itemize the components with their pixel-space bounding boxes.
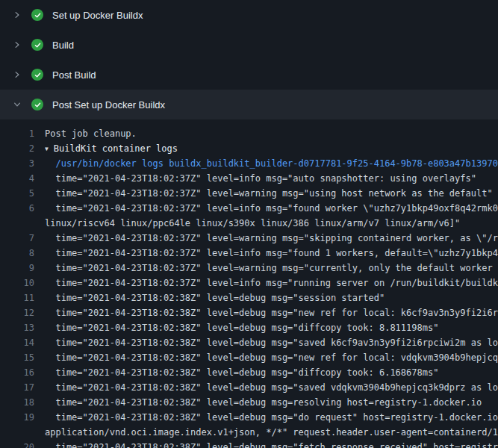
- line-number[interactable]: 1: [0, 126, 34, 141]
- log-output: 1Post job cleanup.2▼BuildKit container l…: [0, 119, 498, 448]
- log-text: time="2021-04-23T18:02:37Z" level=info m…: [45, 171, 498, 186]
- line-number[interactable]: 11: [0, 290, 34, 305]
- log-text: time="2021-04-23T18:02:38Z" level=debug …: [45, 320, 498, 335]
- line-number[interactable]: 6: [0, 201, 34, 216]
- log-text: time="2021-04-23T18:02:38Z" level=debug …: [45, 395, 498, 410]
- line-number[interactable]: 10: [0, 276, 34, 290]
- log-line: 1Post job cleanup.: [0, 126, 498, 141]
- line-number[interactable]: 3: [0, 156, 34, 171]
- success-check-icon: [31, 9, 43, 21]
- step-title: Set up Docker Buildx: [52, 10, 143, 21]
- log-line: 15 time="2021-04-23T18:02:38Z" level=deb…: [0, 350, 498, 365]
- step-title: Build: [52, 40, 74, 51]
- log-line: 20 time="2021-04-23T18:02:38Z" level=deb…: [0, 440, 498, 448]
- chevron-right-icon: [12, 40, 22, 50]
- line-number[interactable]: 7: [0, 231, 34, 246]
- step-header-post-build[interactable]: Post Build: [0, 60, 498, 90]
- group-expand-arrow-icon: ▼: [45, 142, 49, 157]
- log-text: time="2021-04-23T18:02:38Z" level=debug …: [45, 440, 498, 448]
- line-number[interactable]: 2: [0, 141, 34, 156]
- step-header-set-up-docker-buildx[interactable]: Set up Docker Buildx: [0, 0, 498, 30]
- log-text: time="2021-04-23T18:02:38Z" level=debug …: [45, 290, 498, 305]
- log-line: 14 time="2021-04-23T18:02:38Z" level=deb…: [0, 335, 498, 350]
- success-check-icon: [31, 99, 43, 111]
- line-number[interactable]: 4: [0, 171, 34, 186]
- log-line: 13 time="2021-04-23T18:02:38Z" level=deb…: [0, 320, 498, 335]
- log-text[interactable]: ▼BuildKit container logs: [45, 141, 498, 158]
- line-number[interactable]: 14: [0, 335, 34, 350]
- step-header-post-set-up-docker-buildx[interactable]: Post Set up Docker Buildx: [0, 90, 498, 119]
- line-number[interactable]: 20: [0, 440, 34, 448]
- log-line: 7 time="2021-04-23T18:02:37Z" level=warn…: [0, 231, 498, 246]
- log-text: time="2021-04-23T18:02:38Z" level=debug …: [45, 365, 498, 380]
- line-number[interactable]: 15: [0, 350, 34, 365]
- log-line: 17 time="2021-04-23T18:02:38Z" level=deb…: [0, 380, 498, 395]
- line-number[interactable]: 16: [0, 365, 34, 380]
- workflow-steps-list: Set up Docker BuildxBuildPost BuildPost …: [0, 0, 498, 119]
- log-text: linux/riscv64 linux/ppc64le linux/s390x …: [45, 216, 498, 231]
- line-number[interactable]: 19: [0, 410, 34, 425]
- log-text: time="2021-04-23T18:02:38Z" level=debug …: [45, 350, 498, 365]
- success-check-icon: [31, 69, 43, 81]
- line-number[interactable]: 13: [0, 320, 34, 335]
- log-text: /usr/bin/docker logs buildx_buildkit_bui…: [45, 156, 498, 171]
- log-line: 12 time="2021-04-23T18:02:38Z" level=deb…: [0, 305, 498, 320]
- log-line: 4 time="2021-04-23T18:02:37Z" level=info…: [0, 171, 498, 186]
- log-text: time="2021-04-23T18:02:37Z" level=info m…: [45, 276, 498, 290]
- line-number[interactable]: 5: [0, 186, 34, 201]
- line-number[interactable]: 12: [0, 305, 34, 320]
- log-text: time="2021-04-23T18:02:37Z" level=info m…: [45, 201, 498, 216]
- chevron-right-icon: [12, 10, 22, 20]
- line-number[interactable]: 8: [0, 246, 34, 261]
- log-text: time="2021-04-23T18:02:37Z" level=warnin…: [45, 186, 498, 201]
- log-line: 5 time="2021-04-23T18:02:37Z" level=warn…: [0, 186, 498, 201]
- log-line: 11 time="2021-04-23T18:02:38Z" level=deb…: [0, 290, 498, 305]
- log-text: application/vnd.oci.image.index.v1+json,…: [45, 425, 498, 440]
- log-text: time="2021-04-23T18:02:37Z" level=warnin…: [45, 231, 498, 246]
- log-line: 19 time="2021-04-23T18:02:38Z" level=deb…: [0, 410, 498, 425]
- log-line: 9 time="2021-04-23T18:02:37Z" level=warn…: [0, 261, 498, 276]
- log-text: time="2021-04-23T18:02:38Z" level=debug …: [45, 380, 498, 395]
- log-wrap-line: linux/riscv64 linux/ppc64le linux/s390x …: [0, 216, 498, 231]
- line-number[interactable]: 18: [0, 395, 34, 410]
- step-header-build[interactable]: Build: [0, 30, 498, 60]
- chevron-right-icon: [12, 69, 22, 80]
- log-line: 16 time="2021-04-23T18:02:38Z" level=deb…: [0, 365, 498, 380]
- step-title: Post Build: [52, 69, 96, 81]
- step-title: Post Set up Docker Buildx: [52, 99, 165, 111]
- log-text: time="2021-04-23T18:02:38Z" level=debug …: [45, 410, 498, 425]
- log-text: time="2021-04-23T18:02:38Z" level=debug …: [45, 305, 498, 320]
- log-wrap-line: application/vnd.oci.image.index.v1+json,…: [0, 425, 498, 440]
- log-group-line: 2▼BuildKit container logs: [0, 141, 498, 156]
- group-title: BuildKit container logs: [54, 143, 178, 154]
- chevron-down-icon: [12, 99, 22, 110]
- log-line: 8 time="2021-04-23T18:02:37Z" level=info…: [0, 246, 498, 261]
- log-text: time="2021-04-23T18:02:37Z" level=warnin…: [45, 261, 498, 276]
- line-number[interactable]: 9: [0, 261, 34, 276]
- line-number[interactable]: 17: [0, 380, 34, 395]
- log-line: 18 time="2021-04-23T18:02:38Z" level=deb…: [0, 395, 498, 410]
- log-text: Post job cleanup.: [45, 126, 498, 141]
- log-text: time="2021-04-23T18:02:38Z" level=debug …: [45, 335, 498, 350]
- log-text: time="2021-04-23T18:02:37Z" level=info m…: [45, 246, 498, 261]
- log-line: 6 time="2021-04-23T18:02:37Z" level=info…: [0, 201, 498, 216]
- log-command-line: 3 /usr/bin/docker logs buildx_buildkit_b…: [0, 156, 498, 171]
- log-line: 10 time="2021-04-23T18:02:37Z" level=inf…: [0, 276, 498, 290]
- success-check-icon: [31, 39, 43, 51]
